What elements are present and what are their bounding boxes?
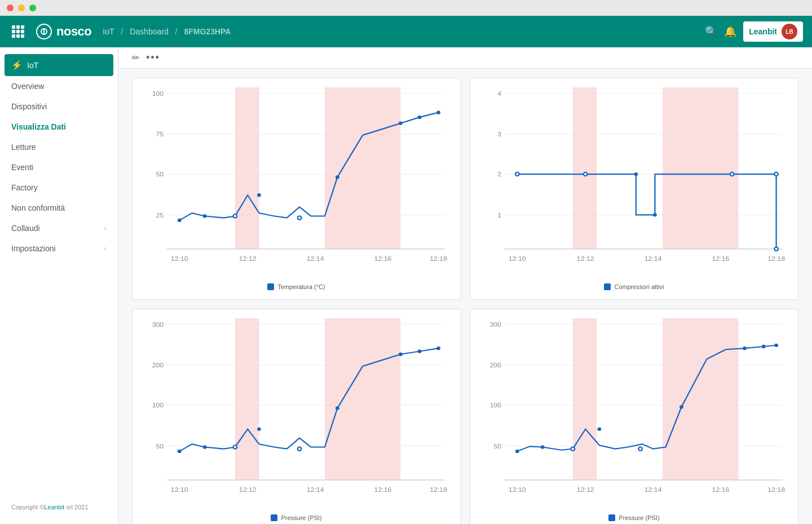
topnav: nosco IoT / Dashboard / 8FMG23HPA 🔍 🔔 Le… bbox=[0, 16, 812, 47]
logo-icon bbox=[36, 24, 52, 39]
temperatura-legend-label: Temperatura (°C) bbox=[277, 283, 325, 290]
svg-text:300: 300 bbox=[490, 321, 502, 328]
svg-text:12:12: 12:12 bbox=[239, 486, 257, 494]
svg-point-27 bbox=[436, 110, 440, 114]
footer-link[interactable]: Leanbit bbox=[44, 504, 64, 510]
svg-point-101 bbox=[743, 347, 747, 350]
svg-text:100: 100 bbox=[490, 402, 502, 410]
edit-icon[interactable]: ✏ bbox=[132, 52, 139, 63]
chart-pressure1-svg: 300 200 100 50 12:10 12:12 12:14 12:16 1… bbox=[142, 318, 451, 510]
chart-temperatura-legend: Temperatura (°C) bbox=[142, 283, 451, 290]
sidebar-item-visualizza[interactable]: Visualizza Dati bbox=[0, 117, 118, 137]
chart-pressure2-legend: Pressure (PSI) bbox=[479, 514, 789, 521]
svg-text:12:18: 12:18 bbox=[430, 255, 447, 263]
svg-text:12:16: 12:16 bbox=[712, 255, 730, 263]
breadcrumb-dashboard[interactable]: Dashboard bbox=[130, 27, 169, 36]
svg-rect-78 bbox=[573, 318, 597, 480]
svg-text:12:16: 12:16 bbox=[712, 486, 730, 494]
sidebar-item-iot[interactable]: ⚡ IoT bbox=[5, 54, 113, 76]
notification-icon[interactable]: 🔔 bbox=[724, 25, 736, 38]
svg-text:50: 50 bbox=[156, 171, 164, 179]
pressure1-legend-label: Pressure (PSI) bbox=[281, 514, 321, 521]
svg-point-47 bbox=[634, 172, 638, 176]
svg-text:12:18: 12:18 bbox=[767, 486, 785, 494]
grid-menu-button[interactable] bbox=[9, 23, 27, 41]
svg-text:300: 300 bbox=[152, 321, 164, 328]
search-icon[interactable]: 🔍 bbox=[705, 25, 717, 38]
sidebar-item-factory[interactable]: Factory bbox=[0, 177, 118, 198]
svg-text:75: 75 bbox=[156, 130, 164, 138]
minimize-button[interactable] bbox=[18, 5, 25, 11]
chart-temperatura: 100 75 50 25 12:10 12:12 12:14 12:16 12:… bbox=[132, 78, 461, 300]
svg-point-23 bbox=[298, 216, 302, 219]
svg-rect-79 bbox=[663, 318, 738, 480]
svg-point-46 bbox=[584, 172, 588, 176]
svg-point-96 bbox=[541, 445, 545, 448]
svg-point-99 bbox=[638, 447, 642, 450]
svg-point-100 bbox=[679, 405, 683, 408]
svg-point-75 bbox=[399, 353, 403, 356]
svg-text:1: 1 bbox=[497, 211, 501, 219]
sidebar-item-overview[interactable]: Overview bbox=[0, 76, 118, 96]
svg-rect-53 bbox=[325, 318, 400, 480]
maximize-button[interactable] bbox=[29, 5, 36, 11]
chart-pressure2-svg: 300 200 100 50 12:10 12:12 12:14 12:16 1… bbox=[479, 318, 789, 510]
compressori-legend-dot bbox=[604, 283, 611, 290]
sidebar-item-dispositivi[interactable]: Dispositivi bbox=[0, 96, 118, 117]
svg-point-77 bbox=[436, 347, 440, 350]
svg-point-70 bbox=[203, 445, 207, 448]
factory-label: Factory bbox=[11, 183, 38, 192]
chart-pressure1-legend: Pressure (PSI) bbox=[142, 514, 451, 521]
iot-icon: ⚡ bbox=[11, 60, 23, 70]
svg-text:12:14: 12:14 bbox=[645, 486, 662, 494]
svg-rect-3 bbox=[325, 87, 400, 249]
sidebar-item-nonconformita[interactable]: Non conformità bbox=[0, 198, 118, 218]
visualizza-label: Visualizza Dati bbox=[11, 122, 66, 131]
main-content: ✏ ••• bbox=[118, 47, 812, 524]
breadcrumb: IoT / Dashboard / 8FMG23HPA bbox=[100, 27, 696, 36]
svg-point-19 bbox=[178, 219, 182, 222]
svg-text:4: 4 bbox=[497, 90, 501, 97]
sidebar-item-letture[interactable]: Letture bbox=[0, 137, 118, 157]
sidebar: ⚡ IoT Overview Dispositivi Visualizza Da… bbox=[0, 47, 118, 524]
svg-text:12:14: 12:14 bbox=[307, 255, 324, 263]
svg-text:3: 3 bbox=[497, 130, 501, 138]
svg-point-21 bbox=[233, 214, 237, 217]
svg-rect-28 bbox=[573, 87, 597, 249]
more-options-icon[interactable]: ••• bbox=[146, 52, 160, 64]
breadcrumb-iot[interactable]: IoT bbox=[103, 27, 114, 36]
svg-text:50: 50 bbox=[156, 442, 164, 450]
svg-text:12:14: 12:14 bbox=[645, 255, 662, 263]
sidebar-iot-label: IoT bbox=[27, 61, 38, 70]
sidebar-item-collaudi[interactable]: Collaudi ‹ bbox=[0, 218, 118, 238]
chart-compressori-container: 4 3 2 1 12:10 12:12 12:14 12:16 12:18 bbox=[479, 87, 789, 279]
svg-point-97 bbox=[571, 447, 575, 450]
dispositivi-label: Dispositivi bbox=[11, 102, 47, 111]
svg-rect-52 bbox=[235, 318, 259, 480]
svg-point-20 bbox=[203, 214, 207, 217]
logo: nosco bbox=[36, 24, 91, 39]
svg-text:25: 25 bbox=[156, 211, 164, 219]
svg-text:12:12: 12:12 bbox=[577, 486, 594, 494]
impostazioni-collapse-icon: ‹ bbox=[104, 245, 107, 252]
avatar-initials: LB bbox=[785, 29, 793, 35]
svg-point-25 bbox=[399, 122, 403, 125]
svg-text:12:16: 12:16 bbox=[374, 486, 392, 494]
sidebar-item-eventi[interactable]: Eventi bbox=[0, 157, 118, 177]
svg-text:200: 200 bbox=[152, 361, 164, 369]
chart-temperatura-svg: 100 75 50 25 12:10 12:12 12:14 12:16 12:… bbox=[142, 87, 451, 279]
svg-point-26 bbox=[418, 116, 422, 119]
sidebar-item-impostazioni[interactable]: Impostazioni ‹ bbox=[0, 238, 118, 259]
svg-text:12:10: 12:10 bbox=[171, 255, 188, 263]
svg-point-76 bbox=[418, 349, 422, 353]
user-menu[interactable]: Leanbit LB bbox=[743, 21, 803, 42]
svg-text:12:12: 12:12 bbox=[239, 255, 257, 263]
svg-point-95 bbox=[515, 450, 519, 453]
svg-rect-29 bbox=[663, 87, 738, 249]
user-name: Leanbit bbox=[749, 27, 777, 36]
chart-pressure1: 300 200 100 50 12:10 12:12 12:14 12:16 1… bbox=[132, 309, 461, 524]
logo-text: nosco bbox=[56, 24, 91, 39]
avatar: LB bbox=[782, 24, 797, 39]
close-button[interactable] bbox=[7, 5, 14, 11]
svg-text:12:18: 12:18 bbox=[767, 255, 785, 263]
